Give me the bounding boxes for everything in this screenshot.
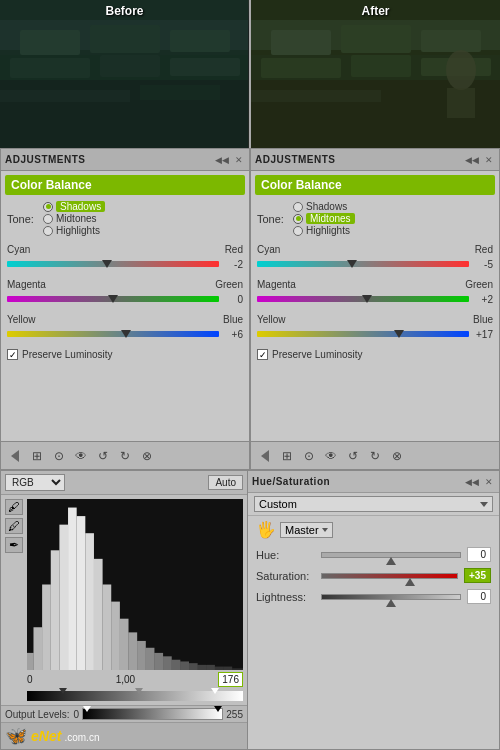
sat-thumb[interactable] — [405, 578, 415, 586]
left-toolbar-icon1[interactable]: ⊞ — [27, 446, 47, 466]
eyedropper-black-icon[interactable]: 🖋 — [5, 499, 23, 515]
left-magenta-label: Magenta — [7, 279, 46, 290]
light-value-box[interactable]: 0 — [467, 589, 491, 604]
right-panel-titlebar: ADJUSTMENTS ◀◀ ✕ — [251, 149, 499, 171]
huesat-hand-icon[interactable]: 🖐 — [256, 520, 276, 539]
right-yellow-blue-thumb[interactable] — [394, 330, 404, 338]
right-toolbar-icon1[interactable]: ⊞ — [277, 446, 297, 466]
after-panel: After — [251, 0, 500, 148]
left-radio-highlights[interactable]: Highlights — [43, 225, 105, 236]
svg-rect-28 — [27, 653, 33, 670]
left-cyan-red-slider[interactable] — [7, 257, 219, 271]
left-radio-highlights-btn[interactable] — [43, 226, 53, 236]
right-toolbar-icon4[interactable]: ↻ — [365, 446, 385, 466]
histogram-highlight-thumb[interactable] — [211, 688, 219, 694]
left-panel-body: Tone: Shadows Midtones Highlights — [1, 197, 249, 441]
hue-track[interactable] — [321, 552, 461, 558]
left-toolbar-icon4[interactable]: ↻ — [115, 446, 135, 466]
huesat-collapse-icon[interactable]: ◀◀ — [463, 476, 481, 488]
sat-row: Saturation: +35 — [256, 568, 491, 583]
left-preserve-label: Preserve Luminosity — [22, 349, 113, 360]
right-radio-shadows-btn[interactable] — [293, 202, 303, 212]
eyedropper-white-icon[interactable]: ✒ — [5, 537, 23, 553]
light-track[interactable] — [321, 594, 461, 600]
svg-rect-40 — [129, 632, 138, 670]
right-radio-midtones-btn[interactable] — [293, 214, 303, 224]
right-radio-shadows[interactable]: Shadows — [293, 201, 355, 212]
watermark-domain: .com.cn — [64, 732, 99, 743]
hue-thumb[interactable] — [386, 557, 396, 565]
sat-track[interactable] — [321, 573, 458, 579]
light-row: Lightness: 0 — [256, 589, 491, 604]
left-back-arrow — [11, 450, 19, 462]
left-radio-shadows-dot — [46, 204, 51, 209]
right-magenta-green-thumb[interactable] — [362, 295, 372, 303]
left-radio-midtones-btn[interactable] — [43, 214, 53, 224]
close-icon[interactable]: ✕ — [233, 154, 245, 166]
after-label: After — [361, 4, 389, 18]
left-toolbar-back[interactable] — [5, 446, 25, 466]
hue-value-box[interactable]: 0 — [467, 547, 491, 562]
right-radio-highlights-btn[interactable] — [293, 226, 303, 236]
left-toolbar-icon3[interactable]: ↺ — [93, 446, 113, 466]
left-yellow-blue-slider[interactable] — [7, 327, 219, 341]
watermark-area: 🦋 eNet .com.cn — [1, 722, 247, 749]
output-thumb-right[interactable] — [214, 706, 222, 712]
histogram-mid-val: 1,00 — [116, 674, 135, 685]
left-cyan-red-value: -2 — [223, 259, 243, 270]
output-track[interactable] — [82, 708, 223, 720]
right-toolbar-eye[interactable]: 👁 — [321, 446, 341, 466]
right-magenta-green-slider[interactable] — [257, 292, 469, 306]
histogram-shadow-thumb[interactable] — [59, 688, 67, 694]
light-thumb[interactable] — [386, 599, 396, 607]
huesat-panel-icons: ◀◀ ✕ — [463, 476, 495, 488]
left-radio-midtones[interactable]: Midtones — [43, 213, 105, 224]
left-preserve-checkbox[interactable]: ✓ — [7, 349, 18, 360]
right-toolbar-icon2[interactable]: ⊙ — [299, 446, 319, 466]
svg-rect-30 — [42, 585, 51, 671]
eyedropper-gray-icon[interactable]: 🖊 — [5, 518, 23, 534]
svg-rect-44 — [163, 656, 172, 670]
right-collapse-icon[interactable]: ◀◀ — [463, 154, 481, 166]
right-close-icon[interactable]: ✕ — [483, 154, 495, 166]
huesat-close-icon[interactable]: ✕ — [483, 476, 495, 488]
left-magenta-green-thumb[interactable] — [108, 295, 118, 303]
left-toolbar-eye[interactable]: 👁 — [71, 446, 91, 466]
right-yellow-label: Yellow — [257, 314, 286, 325]
left-midtones-label: Midtones — [56, 213, 97, 224]
left-magenta-green-slider[interactable] — [7, 292, 219, 306]
histogram-auto-btn[interactable]: Auto — [208, 475, 243, 490]
svg-rect-37 — [103, 585, 112, 671]
right-preserve-row: ✓ Preserve Luminosity — [257, 349, 493, 360]
left-toolbar-icon5[interactable]: ⊗ — [137, 446, 157, 466]
right-tone-options: Shadows Midtones Highlights — [293, 201, 355, 236]
left-radio-shadows-btn[interactable] — [43, 202, 53, 212]
right-toolbar-icon5[interactable]: ⊗ — [387, 446, 407, 466]
left-tone-label: Tone: — [7, 213, 39, 225]
huesat-channel-dropdown[interactable]: Master — [280, 522, 333, 538]
right-panel-heading: Color Balance — [255, 175, 495, 195]
left-yellow-blue-thumb[interactable] — [121, 330, 131, 338]
right-preserve-checkbox[interactable]: ✓ — [257, 349, 268, 360]
sat-value-box[interactable]: +35 — [464, 568, 491, 583]
huesat-header: Hue/Saturation ◀◀ ✕ — [248, 471, 499, 493]
huesat-title: Hue/Saturation — [252, 476, 330, 487]
right-magenta-label: Magenta — [257, 279, 296, 290]
right-radio-highlights[interactable]: Highlights — [293, 225, 355, 236]
output-thumb-left[interactable] — [83, 706, 91, 712]
left-toolbar-icon2[interactable]: ⊙ — [49, 446, 69, 466]
right-toolbar-back[interactable] — [255, 446, 275, 466]
right-cyan-red-thumb[interactable] — [347, 260, 357, 268]
right-yellow-blue-slider[interactable] — [257, 327, 469, 341]
histogram-mid-thumb[interactable] — [135, 688, 143, 694]
huesat-preset-dropdown[interactable]: Custom — [254, 496, 493, 512]
collapse-icon[interactable]: ◀◀ — [213, 154, 231, 166]
histogram-channel-select[interactable]: RGB — [5, 474, 65, 491]
right-cyan-red-slider[interactable] — [257, 257, 469, 271]
right-panel-toolbar: ⊞ ⊙ 👁 ↺ ↻ ⊗ — [251, 441, 499, 469]
right-toolbar-icon3[interactable]: ↺ — [343, 446, 363, 466]
left-cyan-red-thumb[interactable] — [102, 260, 112, 268]
right-radio-midtones[interactable]: Midtones — [293, 213, 355, 224]
left-radio-shadows[interactable]: Shadows — [43, 201, 105, 212]
histogram-gradient-slider[interactable] — [27, 691, 243, 701]
